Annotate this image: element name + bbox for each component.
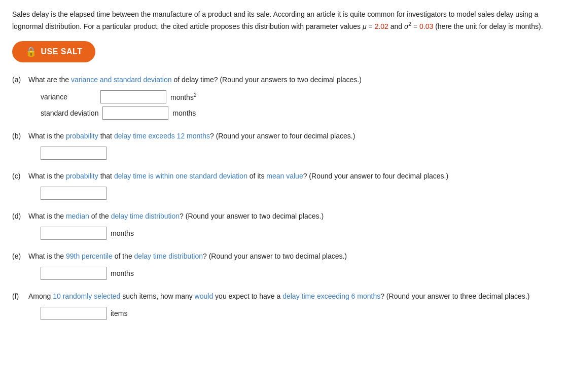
use-salt-label: USE SALT xyxy=(41,47,83,56)
question-f-input[interactable] xyxy=(41,307,106,320)
question-e-unit: months xyxy=(111,269,134,277)
question-b-text: What is the probability that delay time … xyxy=(28,131,355,141)
variance-unit: months2 xyxy=(170,92,196,101)
question-e-text: What is the 99th percentile of the delay… xyxy=(28,251,347,262)
question-f-answer-row: items xyxy=(41,307,556,320)
question-b-label: (b) What is the probability that delay t… xyxy=(12,131,556,141)
question-c-label: (c) What is the probability that delay t… xyxy=(12,171,556,182)
question-d-input[interactable] xyxy=(41,227,106,240)
question-e-answer-row: months xyxy=(41,267,556,280)
question-a-letter: (a) xyxy=(12,75,24,85)
question-a: (a) What are the variance and standard d… xyxy=(12,75,556,120)
question-d: (d) What is the median of the delay time… xyxy=(12,211,556,240)
question-c-input[interactable] xyxy=(41,187,106,200)
question-c-letter: (c) xyxy=(12,171,24,182)
sigma-value: 0.03 xyxy=(419,22,433,30)
question-a-label: (a) What are the variance and standard d… xyxy=(12,75,556,85)
std-dev-unit: months xyxy=(172,109,196,117)
question-c-answer-row xyxy=(41,187,556,200)
question-e-input[interactable] xyxy=(41,267,106,280)
question-b: (b) What is the probability that delay t… xyxy=(12,131,556,160)
question-f-unit: items xyxy=(111,309,127,317)
question-f: (f) Among 10 randomly selected such item… xyxy=(12,291,556,320)
salt-icon: 🔒 xyxy=(25,46,37,57)
question-f-text: Among 10 randomly selected such items, h… xyxy=(28,291,529,302)
question-d-letter: (d) xyxy=(12,211,24,222)
question-c: (c) What is the probability that delay t… xyxy=(12,171,556,200)
question-b-input[interactable] xyxy=(41,147,106,160)
question-e-label: (e) What is the 99th percentile of the d… xyxy=(12,251,556,262)
std-dev-label: standard deviation xyxy=(41,109,98,117)
question-e-letter: (e) xyxy=(12,251,24,262)
variance-input[interactable] xyxy=(100,90,166,103)
intro-paragraph: Sales delay is the elapsed time between … xyxy=(12,9,556,32)
variance-row: variance months2 xyxy=(41,90,556,103)
question-f-label: (f) Among 10 randomly selected such item… xyxy=(12,291,556,302)
question-d-unit: months xyxy=(111,229,134,237)
question-b-answer-row xyxy=(41,147,556,160)
question-d-text: What is the median of the delay time dis… xyxy=(28,211,324,222)
use-salt-button[interactable]: 🔒 USE SALT xyxy=(12,41,95,62)
question-a-text: What are the variance and standard devia… xyxy=(28,75,362,85)
question-d-label: (d) What is the median of the delay time… xyxy=(12,211,556,222)
std-dev-input[interactable] xyxy=(102,106,168,120)
question-b-letter: (b) xyxy=(12,131,24,141)
question-c-text: What is the probability that delay time … xyxy=(28,171,448,182)
variance-label: variance xyxy=(41,93,96,101)
mu-value: 2.02 xyxy=(375,22,388,30)
question-f-letter: (f) xyxy=(12,291,24,302)
std-dev-row: standard deviation months xyxy=(41,106,556,120)
question-d-answer-row: months xyxy=(41,227,556,240)
question-e: (e) What is the 99th percentile of the d… xyxy=(12,251,556,280)
